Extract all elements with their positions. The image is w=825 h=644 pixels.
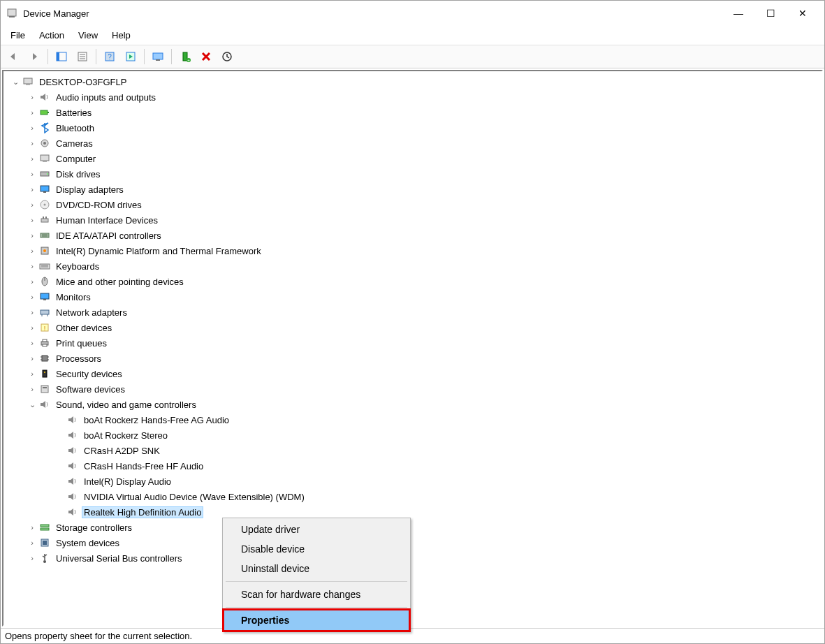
camera-icon bbox=[38, 137, 51, 149]
minimize-button[interactable]: — bbox=[722, 1, 754, 26]
ctx-uninstall-device[interactable]: Uninstall device bbox=[224, 559, 409, 578]
action-toolbar-button[interactable] bbox=[121, 48, 140, 65]
forward-button[interactable] bbox=[24, 48, 44, 65]
speaker-icon bbox=[66, 475, 79, 488]
tree-device[interactable]: ›NVIDIA Virtual Audio Device (Wave Exten… bbox=[5, 489, 820, 504]
expand-icon[interactable]: › bbox=[27, 93, 37, 101]
expand-icon[interactable]: › bbox=[27, 231, 37, 240]
tree-category[interactable]: ›Computer bbox=[5, 151, 820, 166]
svg-point-60 bbox=[44, 372, 45, 373]
ctx-properties[interactable]: Properties bbox=[224, 610, 409, 630]
ctx-update-driver[interactable]: Update driver bbox=[224, 520, 409, 539]
tree-category[interactable]: ›Mice and other pointing devices bbox=[5, 274, 820, 289]
expand-icon[interactable]: › bbox=[27, 139, 37, 147]
expand-icon[interactable]: › bbox=[27, 247, 37, 255]
tree-item-label: Mice and other pointing devices bbox=[54, 276, 186, 288]
svg-rect-28 bbox=[43, 191, 46, 193]
expand-icon[interactable]: › bbox=[27, 262, 37, 270]
tree-item-label: Universal Serial Bus controllers bbox=[54, 552, 184, 564]
tree-device[interactable]: ›boAt Rockerz Hands-Free AG Audio bbox=[5, 412, 820, 427]
tree-category[interactable]: ›Software devices bbox=[5, 381, 820, 397]
tree-device[interactable]: ›Intel(R) Display Audio bbox=[5, 474, 820, 489]
toolbar-separator bbox=[144, 49, 145, 64]
add-legacy-button[interactable]: + bbox=[175, 48, 195, 65]
svg-point-67 bbox=[43, 560, 46, 563]
tree-item-label: Storage controllers bbox=[54, 522, 134, 534]
ctx-disable-device[interactable]: Disable device bbox=[224, 539, 409, 559]
expand-icon[interactable]: › bbox=[27, 200, 37, 209]
tree-category-expanded[interactable]: ⌄Sound, video and game controllers bbox=[5, 397, 820, 412]
expand-icon[interactable]: › bbox=[27, 354, 37, 363]
speaker-icon bbox=[66, 444, 79, 457]
expand-icon[interactable]: › bbox=[27, 185, 37, 193]
collapse-icon[interactable]: ⌄ bbox=[27, 400, 37, 409]
tree-category[interactable]: ›Processors bbox=[5, 351, 820, 366]
scan-hardware-button[interactable] bbox=[148, 48, 168, 65]
tree-item-label: IDE ATA/ATAPI controllers bbox=[54, 230, 163, 242]
expand-icon[interactable]: › bbox=[27, 385, 37, 393]
tree-item-label: Print queues bbox=[54, 337, 109, 349]
expand-icon[interactable]: › bbox=[27, 277, 37, 286]
expand-icon[interactable]: › bbox=[27, 293, 37, 301]
ctx-scan-hardware[interactable]: Scan for hardware changes bbox=[224, 585, 409, 604]
expand-icon[interactable]: › bbox=[27, 170, 37, 178]
tree-device[interactable]: ›Realtek High Definition Audio bbox=[5, 504, 820, 520]
tree-device[interactable]: ›boAt Rockerz Stereo bbox=[5, 427, 820, 443]
tree-category[interactable]: ›Disk drives bbox=[5, 166, 820, 182]
tree-item-label: NVIDIA Virtual Audio Device (Wave Extens… bbox=[82, 491, 307, 503]
expand-icon[interactable]: › bbox=[27, 539, 37, 547]
tree-category[interactable]: ›Keyboards bbox=[5, 258, 820, 274]
tree-category[interactable]: ›Monitors bbox=[5, 289, 820, 305]
uninstall-toolbar-button[interactable] bbox=[196, 48, 216, 65]
tree-root[interactable]: ⌄DESKTOP-O3FGFLP bbox=[5, 74, 820, 89]
update-driver-toolbar-button[interactable] bbox=[217, 48, 237, 65]
tree-category[interactable]: ›Display adapters bbox=[5, 182, 820, 197]
tree-category[interactable]: ›DVD/CD-ROM drives bbox=[5, 197, 820, 212]
tree-device[interactable]: ›CRasH Hands-Free HF Audio bbox=[5, 458, 820, 474]
expand-icon[interactable]: › bbox=[27, 124, 37, 132]
tree-category[interactable]: ›Bluetooth bbox=[5, 120, 820, 136]
expand-icon[interactable]: › bbox=[27, 369, 37, 378]
menu-help[interactable]: Help bbox=[106, 27, 136, 43]
tree-category[interactable]: ›!Other devices bbox=[5, 320, 820, 335]
dvd-icon bbox=[38, 198, 51, 211]
tree-category[interactable]: ›Security devices bbox=[5, 366, 820, 381]
tree-category[interactable]: ›Storage controllers bbox=[5, 520, 820, 535]
tree-category[interactable]: ›IDE ATA/ATAPI controllers bbox=[5, 228, 820, 243]
tree-category[interactable]: ›Universal Serial Bus controllers bbox=[5, 550, 820, 566]
expand-icon[interactable]: › bbox=[27, 308, 37, 316]
svg-rect-12 bbox=[156, 59, 160, 61]
expand-icon[interactable]: › bbox=[27, 216, 37, 224]
svg-point-26 bbox=[47, 173, 48, 175]
menu-view[interactable]: View bbox=[73, 27, 103, 43]
expand-icon[interactable]: › bbox=[27, 339, 37, 347]
svg-rect-46 bbox=[41, 310, 49, 314]
menu-action[interactable]: Action bbox=[34, 27, 70, 43]
expand-icon[interactable]: › bbox=[27, 523, 37, 532]
tree-category[interactable]: ›Intel(R) Dynamic Platform and Thermal F… bbox=[5, 243, 820, 258]
tree-category[interactable]: ›Human Interface Devices bbox=[5, 212, 820, 228]
tree-category[interactable]: ›Cameras bbox=[5, 136, 820, 151]
tree-item-label: Network adapters bbox=[54, 307, 129, 319]
tree-category[interactable]: ›Audio inputs and outputs bbox=[5, 89, 820, 105]
tree-device[interactable]: ›CRasH A2DP SNK bbox=[5, 443, 820, 458]
toolbar-separator bbox=[48, 49, 48, 64]
tree-category[interactable]: ›Network adapters bbox=[5, 305, 820, 320]
collapse-icon[interactable]: ⌄ bbox=[10, 78, 20, 87]
help-toolbar-button[interactable]: ? bbox=[100, 48, 119, 65]
menu-file[interactable]: File bbox=[5, 27, 31, 43]
show-hide-button[interactable] bbox=[52, 48, 71, 65]
tree-category[interactable]: ›Print queues bbox=[5, 335, 820, 351]
expand-icon[interactable]: › bbox=[27, 323, 37, 332]
tree-category[interactable]: ›System devices bbox=[5, 535, 820, 550]
expand-icon[interactable]: › bbox=[27, 554, 37, 562]
tree-category[interactable]: ›Batteries bbox=[5, 105, 820, 120]
back-button[interactable] bbox=[3, 48, 23, 65]
svg-rect-59 bbox=[43, 370, 47, 377]
expand-icon[interactable]: › bbox=[27, 154, 37, 163]
close-button[interactable]: ✕ bbox=[787, 1, 819, 26]
expand-icon[interactable]: › bbox=[27, 108, 37, 117]
maximize-button[interactable]: ☐ bbox=[754, 1, 787, 26]
properties-toolbar-button[interactable] bbox=[73, 48, 92, 65]
svg-rect-66 bbox=[43, 541, 47, 545]
